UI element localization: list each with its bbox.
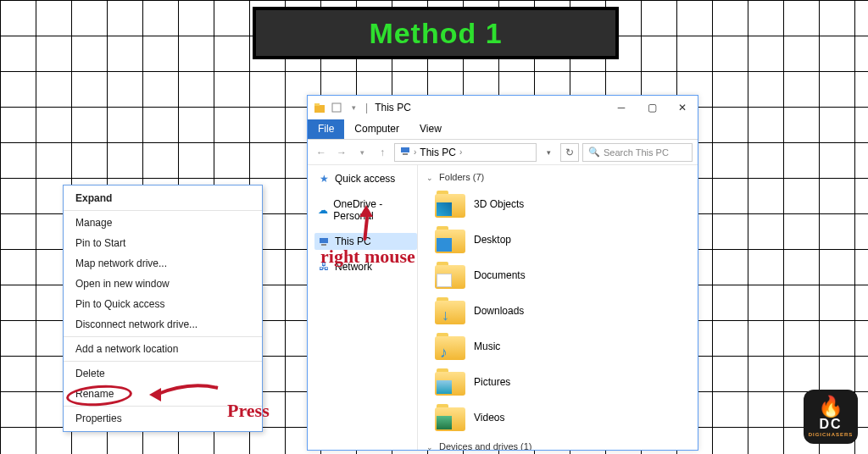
- nav-label: Quick access: [335, 173, 395, 185]
- devices-header-label: Devices and drives (1): [439, 441, 531, 450]
- svg-rect-0: [314, 105, 325, 113]
- ribbon-tab-computer[interactable]: Computer: [344, 119, 409, 139]
- ribbon-tab-file[interactable]: File: [308, 119, 344, 139]
- flame-icon: 🔥: [818, 396, 843, 417]
- folder-icon: [435, 262, 465, 289]
- annotation-press: Press: [227, 400, 270, 422]
- ctx-expand[interactable]: Expand: [64, 188, 262, 208]
- maximize-button[interactable]: ▢: [637, 96, 667, 119]
- refresh-button[interactable]: ↻: [560, 143, 579, 162]
- folder-label: 3D Objects: [474, 198, 524, 210]
- folder-icon: [435, 368, 465, 396]
- folder-3d-objects[interactable]: 3D Objects: [435, 191, 689, 218]
- qat-properties-icon[interactable]: [330, 101, 343, 114]
- content-pane: ⌄ Folders (7) 3D Objects Desktop Documen…: [418, 165, 698, 450]
- annotation-arrow-up: [356, 205, 378, 241]
- search-placeholder: Search This PC: [604, 147, 669, 158]
- collapse-chevron-icon[interactable]: ⌄: [426, 174, 433, 182]
- folders-header-label: Folders (7): [439, 172, 484, 182]
- address-bar-row: ← → ▾ ↑ › This PC › ▾ ↻ 🔍 Search This PC: [308, 140, 698, 165]
- address-bar[interactable]: › This PC ›: [394, 143, 537, 162]
- folder-label: Documents: [474, 269, 526, 281]
- nav-up-button[interactable]: ↑: [374, 144, 391, 161]
- method-banner-title: Method 1: [369, 17, 502, 50]
- svg-rect-3: [401, 147, 409, 152]
- breadcrumb-chevron-icon[interactable]: ›: [414, 147, 416, 157]
- folder-music[interactable]: ♪ Music: [435, 333, 689, 360]
- minimize-button[interactable]: ─: [606, 96, 637, 119]
- ctx-map-network-drive[interactable]: Map network drive...: [64, 253, 262, 274]
- ctx-manage[interactable]: Manage: [64, 213, 262, 233]
- brand-logo: 🔥 DC DIGICHASERS: [804, 390, 858, 444]
- ctx-add-network-location[interactable]: Add a network location: [64, 339, 262, 359]
- window-title: This PC: [375, 102, 411, 114]
- folder-icon: [435, 191, 465, 218]
- svg-rect-1: [314, 103, 320, 106]
- folder-label: Videos: [474, 412, 504, 424]
- star-icon: ★: [318, 173, 330, 185]
- explorer-app-icon: [313, 101, 326, 114]
- nav-history-chevron-icon[interactable]: ▾: [353, 144, 370, 161]
- folder-documents[interactable]: Documents: [435, 262, 689, 289]
- pc-icon: [400, 146, 410, 158]
- folder-pictures[interactable]: Pictures: [435, 368, 689, 396]
- breadcrumb-this-pc[interactable]: This PC: [420, 147, 456, 158]
- address-chevron-icon[interactable]: ▾: [540, 144, 557, 161]
- ctx-delete[interactable]: Delete: [64, 363, 262, 384]
- annotation-right-mouse: right mouse: [320, 246, 415, 268]
- folders-section-header[interactable]: ⌄ Folders (7): [426, 170, 689, 187]
- search-icon: 🔍: [588, 147, 600, 158]
- method-banner: Method 1: [253, 7, 619, 59]
- titlebar-separator: |: [365, 102, 368, 114]
- folder-videos[interactable]: Videos: [435, 404, 689, 431]
- ctx-separator: [64, 361, 262, 362]
- logo-subtext: DIGICHASERS: [809, 432, 854, 437]
- nav-back-button[interactable]: ←: [313, 144, 330, 161]
- logo-text: DC: [819, 417, 842, 432]
- ctx-open-new-window[interactable]: Open in new window: [64, 274, 262, 294]
- titlebar: ▾ | This PC ─ ▢ ✕: [308, 96, 698, 119]
- svg-rect-2: [332, 103, 341, 112]
- ctx-separator: [64, 336, 262, 337]
- nav-quick-access[interactable]: ★ Quick access: [314, 170, 417, 187]
- ctx-separator: [64, 210, 262, 211]
- breadcrumb-chevron-icon[interactable]: ›: [459, 147, 462, 157]
- svg-rect-4: [403, 153, 408, 155]
- cloud-icon: ☁: [318, 204, 328, 216]
- explorer-window: ▾ | This PC ─ ▢ ✕ File Computer View ← →…: [307, 95, 698, 451]
- folder-label: Music: [474, 340, 500, 352]
- devices-section-header[interactable]: ⌄ Devices and drives (1): [426, 440, 689, 450]
- folder-downloads[interactable]: ↓ Downloads: [435, 297, 689, 324]
- titlebar-quick-icons: ▾ |: [313, 101, 370, 114]
- ribbon: File Computer View: [308, 119, 698, 140]
- folder-label: Desktop: [474, 234, 511, 246]
- folder-label: Pictures: [474, 376, 510, 388]
- nav-forward-button[interactable]: →: [333, 144, 350, 161]
- ribbon-tab-view[interactable]: View: [409, 119, 452, 139]
- qat-chevron-icon[interactable]: ▾: [347, 101, 360, 114]
- folder-icon: ↓: [435, 297, 465, 324]
- collapse-chevron-icon[interactable]: ⌄: [426, 443, 433, 450]
- close-button[interactable]: ✕: [667, 96, 698, 119]
- annotation-arrow-left: [146, 383, 214, 408]
- folder-desktop[interactable]: Desktop: [435, 226, 689, 253]
- folder-icon: ♪: [435, 333, 465, 360]
- ctx-pin-to-start[interactable]: Pin to Start: [64, 233, 262, 253]
- folder-icon: [435, 404, 465, 431]
- folder-icon: [435, 226, 465, 253]
- search-input[interactable]: 🔍 Search This PC: [582, 143, 693, 162]
- ctx-pin-quick-access[interactable]: Pin to Quick access: [64, 294, 262, 314]
- ctx-disconnect-network-drive[interactable]: Disconnect network drive...: [64, 314, 262, 335]
- folder-label: Downloads: [474, 305, 524, 317]
- svg-rect-5: [320, 238, 328, 243]
